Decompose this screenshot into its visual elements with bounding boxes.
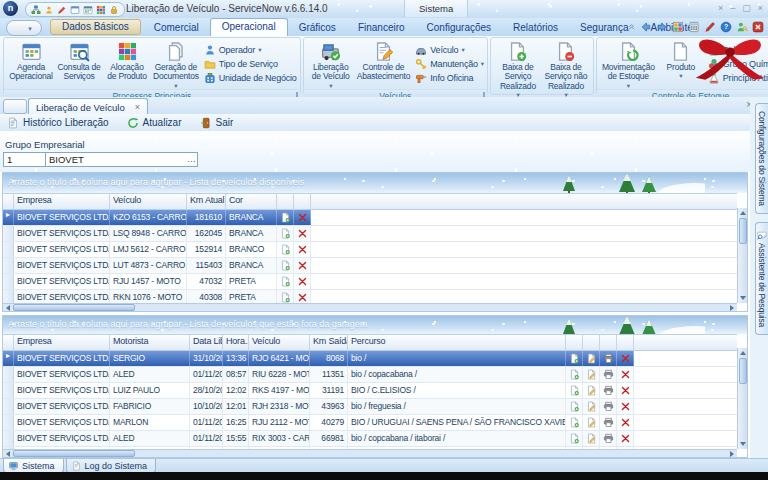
column-header-km-atual[interactable]: Km Atual	[187, 194, 226, 209]
delete-icon[interactable]	[297, 228, 308, 239]
doc-add-icon[interactable]	[280, 292, 291, 303]
delete-icon[interactable]	[297, 244, 308, 255]
table-row[interactable]: ▸BIOVET SERVIÇOS LTDA EPPKZO 6153 - CARR…	[3, 210, 737, 226]
edit-icon[interactable]	[586, 369, 597, 380]
bottom-tab-log-do-sistema[interactable]: Log do Sistema	[66, 459, 157, 473]
doc-add-icon[interactable]	[280, 276, 291, 287]
scroll-down-icon[interactable]	[740, 442, 746, 446]
doc-add-icon[interactable]	[569, 369, 580, 380]
titlebar-sistema-tab[interactable]: Sistema	[404, 0, 468, 17]
ribbon-button-baixa-de-servico-nao-realizado[interactable]: Baixa de Serviço não Realizado▾	[542, 40, 590, 98]
scroll-down-icon[interactable]	[740, 296, 746, 300]
browse-button[interactable]: …	[187, 153, 196, 165]
ribbon-tab-operacional[interactable]: Operacional	[210, 18, 288, 36]
doc-add-icon[interactable]	[280, 212, 291, 223]
minimize-button[interactable]: –	[730, 2, 735, 14]
ribbon-button-alocacao-de-produto[interactable]: Alocação de Produto	[103, 40, 151, 82]
group-by-bar[interactable]: Arraste o título da coluna aqui para agr…	[3, 316, 747, 334]
vertical-scrollbar[interactable]	[737, 208, 747, 303]
column-header-hora[interactable]: Hora...	[223, 335, 249, 350]
grupo-empresarial-code-input[interactable]	[3, 152, 47, 167]
doc-add-icon[interactable]	[569, 385, 580, 396]
doc-add-icon[interactable]	[569, 417, 580, 428]
grupo-empresarial-name-input[interactable]	[45, 152, 198, 167]
app-menu-button[interactable]: ▾	[6, 20, 42, 36]
scroll-up-icon[interactable]	[740, 211, 746, 215]
doc-add-icon[interactable]	[280, 260, 291, 271]
column-header-motorista[interactable]: Motorista	[110, 335, 190, 350]
ribbon-tab-configuracoes[interactable]: Configurações	[416, 20, 502, 36]
edit-icon[interactable]	[586, 433, 597, 444]
delete-icon[interactable]	[620, 385, 631, 396]
delete-icon[interactable]	[620, 369, 631, 380]
ribbon-button-geracao-de-documentos[interactable]: Geração de Documentos▾	[151, 40, 201, 89]
ribbon-button-liberacao-de-veiculo[interactable]: Liberação de Veículo▾	[307, 40, 355, 89]
print-icon[interactable]	[603, 401, 614, 412]
horizontal-scrollbar[interactable]	[3, 449, 737, 457]
ribbon-button-veiculo[interactable]: Veículo▾	[415, 43, 484, 56]
ribbon-tab-financeiro[interactable]: Financeiro	[347, 20, 416, 36]
print-icon[interactable]	[603, 353, 614, 364]
ribbon-tab-dados-basicos[interactable]: Dados Básicos	[50, 19, 141, 35]
chevron-up-icon[interactable]	[627, 23, 636, 32]
delete-icon[interactable]	[620, 417, 631, 428]
delete-icon[interactable]	[297, 260, 308, 271]
ribbon-button-baixa-de-servico-realizado[interactable]: Baixa de Serviço Realizado▾	[494, 40, 542, 98]
sair-button[interactable]: Sair	[200, 117, 234, 129]
app-logo[interactable]: n	[3, 1, 18, 16]
ribbon-button-agenda-operacional[interactable]: Agenda Operacional	[7, 40, 55, 82]
scrollbar-thumb[interactable]	[13, 450, 135, 457]
table-row[interactable]: BIOVET SERVIÇOS LTDA EPPALED01/11/202215…	[3, 431, 737, 447]
doc-add-icon[interactable]	[280, 244, 291, 255]
titlebar[interactable]: n Liberação de Veículo - ServiceNow v.6.…	[0, 0, 768, 19]
ribbon-button-movimentacao-de-estoque[interactable]: Movimentação de Estoque▾	[600, 40, 657, 89]
historico-liberacao-button[interactable]: Histórico Liberação	[7, 117, 109, 129]
vertical-scrollbar[interactable]	[737, 348, 747, 449]
column-header-percurso[interactable]: Percurso	[348, 335, 566, 350]
horizontal-scrollbar[interactable]	[3, 303, 737, 311]
edit-icon[interactable]	[586, 401, 597, 412]
doc-add-icon[interactable]	[569, 433, 580, 444]
edit-icon[interactable]	[586, 417, 597, 428]
column-header-veiculo[interactable]: Veículo	[249, 335, 310, 350]
doc-add-icon[interactable]	[280, 228, 291, 239]
doc-add-icon[interactable]	[569, 401, 580, 412]
delete-icon[interactable]	[297, 292, 308, 303]
nav-forward-icon[interactable]	[656, 21, 668, 33]
ribbon-tab-comercial[interactable]: Comercial	[143, 20, 210, 36]
print-icon[interactable]	[603, 369, 614, 380]
ribbon-tab-graficos[interactable]: Gráficos	[288, 20, 347, 36]
scroll-left-icon[interactable]	[6, 451, 10, 457]
delete-icon[interactable]	[620, 401, 631, 412]
nav-back-icon[interactable]	[640, 21, 652, 33]
table-row[interactable]: BIOVET SERVIÇOS LTDA EPPLUT 4873 - CARRO…	[3, 258, 737, 274]
column-header-empresa[interactable]: Empresa	[14, 335, 110, 350]
print-icon[interactable]	[603, 433, 614, 444]
scroll-right-icon[interactable]	[730, 451, 734, 457]
help-close-button[interactable]: ×	[718, 2, 723, 14]
ribbon-button-tipo-de-servico[interactable]: Tipo de Serviço	[204, 57, 297, 70]
doc-add-icon[interactable]	[569, 353, 580, 364]
atualizar-button[interactable]: Atualizar	[127, 117, 182, 129]
document-tab-liberacao-de-veiculo[interactable]: Liberação de Veículo ×	[28, 98, 148, 115]
scrollbar-thumb[interactable]	[739, 218, 747, 244]
scrollbar-thumb[interactable]	[13, 304, 135, 311]
ribbon-button-operador[interactable]: Operador▾	[204, 43, 297, 56]
column-header-cor[interactable]: Cor	[226, 194, 277, 209]
ribbon-button-manutencao[interactable]: Manutenção▾	[415, 57, 484, 70]
table-row[interactable]: BIOVET SERVIÇOS LTDA EPPLMJ 5612 - CARRO…	[3, 242, 737, 258]
delete-icon[interactable]	[620, 433, 631, 444]
ribbon-button-unidade-de-negocio[interactable]: Unidade de Negócio	[204, 71, 297, 84]
table-row[interactable]: BIOVET SERVIÇOS LTDA EPPMARLON01/11/2022…	[3, 415, 737, 431]
delete-icon[interactable]	[620, 353, 631, 364]
edit-icon[interactable]	[586, 353, 597, 364]
side-tab-assistente-de-pesquisa[interactable]: Assistente de Pesquisa	[755, 222, 768, 335]
ribbon-button-info-oficina[interactable]: Info Oficina	[415, 71, 484, 84]
ribbon-tab-relatorios[interactable]: Relatórios	[502, 20, 569, 36]
print-icon[interactable]	[603, 385, 614, 396]
edit-icon[interactable]	[586, 385, 597, 396]
delete-icon[interactable]	[297, 276, 308, 287]
column-header-km-saida[interactable]: Km Saída	[310, 335, 348, 350]
scroll-up-icon[interactable]	[740, 351, 746, 355]
bottom-tab-sistema[interactable]: Sistema	[3, 459, 64, 473]
